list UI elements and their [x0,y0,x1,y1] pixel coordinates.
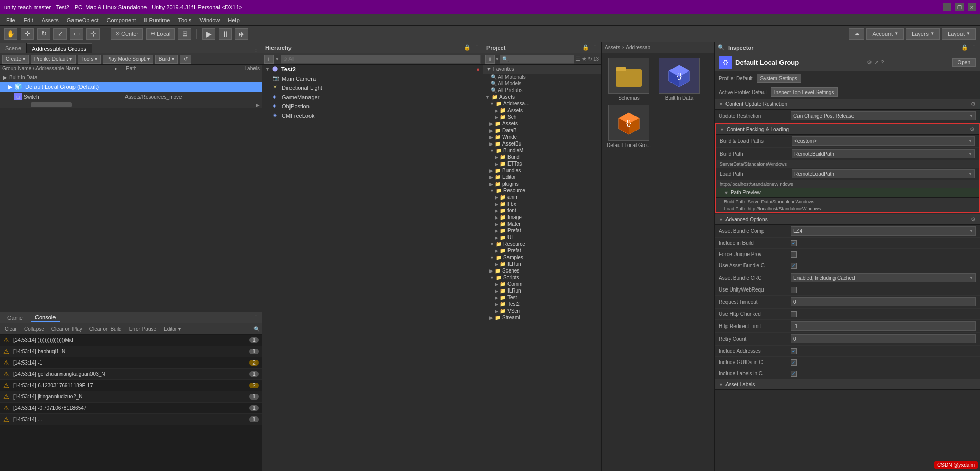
project-lock-icon[interactable]: 🔒 [582,44,589,51]
hierarchy-lock-icon[interactable]: 🔒 [464,44,471,51]
samples-folder[interactable]: ▼ 📁 Samples [483,254,601,261]
horizontal-scrollbar[interactable]: ▶ [0,101,262,108]
ettas-folder[interactable]: ▶ 📁 ETTas [483,160,601,167]
asset-labels-section[interactable]: ▼ Asset Labels [715,379,980,390]
create-button[interactable]: Create ▾ [2,55,29,64]
layout-button[interactable]: Layout ▼ [942,28,976,40]
move-tool-button[interactable]: ✛ [21,28,34,40]
bundlem-folder[interactable]: ▼ 📁 BundleM [483,147,601,154]
streami-folder[interactable]: ▶ 📁 Streami [483,314,601,321]
play-button[interactable]: ▶ [202,28,215,40]
assets-sub2[interactable]: ▶ 📁 Assets [483,120,601,127]
bundl-folder[interactable]: ▶ 📁 Bundl [483,154,601,160]
help-icon[interactable]: ? [881,59,884,65]
clear-on-build-button[interactable]: Clear on Build [87,325,124,332]
transform-tool-button[interactable]: ⊹ [86,28,100,40]
menu-file[interactable]: File [2,16,20,24]
scrollbar-thumb[interactable] [31,102,72,107]
anima-folder[interactable]: ▶ 📁 anim [483,194,601,201]
load-path-dropdown[interactable]: RemoteLoadPath ▼ [792,169,975,178]
font-folder[interactable]: ▶ 📁 font [483,207,601,214]
windc-folder[interactable]: ▶ 📁 Windc [483,134,601,140]
project-options-icon[interactable]: ⋮ [592,44,598,51]
menu-assets[interactable]: Assets [38,16,63,24]
menu-window[interactable]: Window [195,16,224,24]
collapse-button[interactable]: Collapse [22,325,47,332]
system-settings-button[interactable]: System Settings [757,74,801,83]
main-camera-object[interactable]: 📷 Main Camera [262,74,483,83]
force-unique-checkbox[interactable] [791,251,797,258]
assets-sub1[interactable]: ▶ 📁 Assets [483,107,601,114]
editor-folder[interactable]: ▶ 📁 Editor [483,174,601,180]
content-update-gear-icon[interactable]: ⚙ [971,101,976,107]
tab-game[interactable]: Game [3,314,27,322]
prefat-folder[interactable]: ▶ 📁 Prefat [483,227,601,234]
schemas-thumbnail[interactable]: Schemas [606,58,652,101]
expand-icon[interactable]: ▶ [256,102,262,108]
resource2-folder[interactable]: ▼ 📁 Resource [483,241,601,247]
resource-folder[interactable]: ▼ 📁 Resource [483,187,601,194]
comm-folder[interactable]: ▶ 📁 Comm [483,281,601,287]
scale-tool-button[interactable]: ⤢ [53,28,67,40]
inspector-lock-icon[interactable]: 🔒 [961,44,968,51]
mater-folder[interactable]: ▶ 📁 Mater [483,221,601,227]
default-local-group-thumbnail[interactable]: {} Default Local Gro... [606,105,652,148]
hierarchy-scene-dropdown[interactable]: ▾ [276,56,279,62]
build-button[interactable]: Build ▾ [155,55,178,64]
default-local-group-row[interactable]: ▶ 🧊 Default Local Group (Default) [0,82,262,92]
refresh-button[interactable]: ↺ [180,55,191,64]
sch-folder[interactable]: ▶ 📁 Sch [483,114,601,120]
assetbu-folder[interactable]: ▶ 📁 AssetBu [483,140,601,147]
menu-tools[interactable]: Tools [174,16,195,24]
clear-button[interactable]: Clear [2,325,20,332]
console-options-icon[interactable]: ⋮ [253,314,259,321]
http-redirect-input[interactable] [791,321,976,331]
advanced-options-gear-icon[interactable]: ⚙ [971,216,976,223]
prefat2-folder[interactable]: ▶ 📁 Prefat [483,247,601,254]
include-labels-checkbox[interactable]: ✓ [791,371,797,377]
tab-addressables-groups[interactable]: Addressables Groups [27,43,92,53]
hand-tool-button[interactable]: ✋ [4,28,17,40]
layers-button[interactable]: Layers ▼ [906,28,940,40]
favorites-expand[interactable]: ▼ [486,66,493,72]
built-in-data-header[interactable]: ▶ Built In Data [0,73,262,82]
tab-scene[interactable]: Scene [0,43,27,53]
editor-button[interactable]: Editor ▾ [161,325,184,332]
pause-button[interactable]: ⏸ [219,28,232,40]
content-update-section[interactable]: ▼ Content Update Restriction ⚙ [715,99,980,110]
fav-all-materials[interactable]: 🔍 All Materials [483,74,601,80]
clear-on-play-button[interactable]: Clear on Play [49,325,85,332]
open-button[interactable]: Open [952,58,976,67]
close-button[interactable]: ✕ [968,3,976,11]
external-link-icon[interactable]: ↗ [874,59,879,66]
project-dropdown[interactable]: ▾ [496,56,499,62]
project-search-input[interactable] [500,55,574,64]
rect-tool-button[interactable]: ▭ [70,28,83,40]
builtin-data-thumbnail[interactable]: {} Built In Data [656,58,702,101]
bundles-folder[interactable]: ▶ 📁 Bundles [483,167,601,174]
use-asset-bundle-checkbox[interactable]: ✓ [791,263,797,269]
menu-gameobject[interactable]: GameObject [63,16,103,24]
profile-button[interactable]: Profile: Default ▾ [31,55,76,64]
local-button[interactable]: ⊕ Local [146,28,175,40]
asset-bundle-crc-dropdown[interactable]: Enabled, Including Cached ▼ [791,273,976,282]
ui-folder[interactable]: ▶ 📁 UI [483,234,601,241]
content-packing-section[interactable]: ▼ Content Packing & Loading ⚙ [716,124,979,135]
build-load-paths-dropdown[interactable]: <custom> ▼ [792,136,975,146]
datab-folder[interactable]: ▶ 📁 DataB [483,127,601,134]
game-manager-object[interactable]: ◈ GameManager [262,93,483,102]
update-restriction-dropdown[interactable]: Can Change Post Release ▼ [791,111,976,120]
assets-root[interactable]: ▼ 📁 Assets [483,94,601,100]
path-preview-section[interactable]: ▼ Path Preview [716,188,979,198]
retry-count-input[interactable] [791,334,976,343]
advanced-options-section[interactable]: ▼ Advanced Options ⚙ [715,214,980,225]
include-guids-checkbox[interactable]: ✓ [791,359,797,366]
account-button[interactable]: Account ▼ [866,28,904,40]
center-button[interactable]: ⊙ Center [111,28,143,40]
fav-all-models[interactable]: 🔍 All Models [483,80,601,87]
plugins-folder[interactable]: ▶ 📁 plugins [483,180,601,187]
test-folder[interactable]: ▶ 📁 Test [483,294,601,301]
rotate-tool-button[interactable]: ↻ [37,28,50,40]
menu-edit[interactable]: Edit [20,16,38,24]
inspector-more-icon[interactable]: ⋮ [971,44,977,51]
